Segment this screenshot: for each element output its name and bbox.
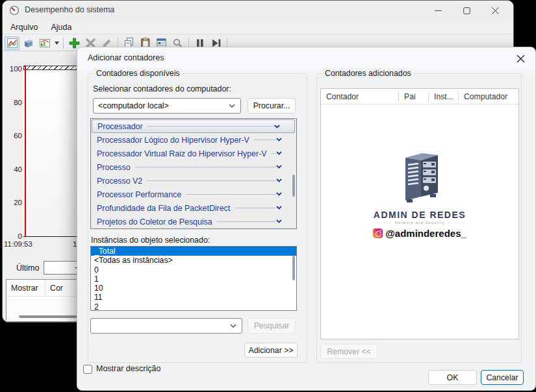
server-tower-icon — [394, 149, 446, 206]
minimize-button[interactable] — [424, 1, 452, 20]
available-counters-list: Processador Processador Lógico do Hiperv… — [90, 118, 297, 229]
instance-row[interactable]: 10 — [91, 284, 296, 293]
chevron-down-icon — [229, 104, 235, 108]
watermark-handle: @adminderedes_ — [385, 228, 466, 239]
window-title: Desempenho do sistema — [25, 5, 114, 14]
watermark: ADMIN DE REDES Network and Security @adm… — [345, 149, 494, 239]
chevron-down-icon[interactable] — [276, 138, 282, 141]
counter-leader-line — [135, 167, 276, 167]
instances-label: Instâncias do objeto selecionado: — [91, 236, 210, 245]
chart-type-dropdown[interactable] — [53, 36, 60, 50]
close-button[interactable] — [481, 1, 509, 20]
instance-row[interactable]: 11 — [91, 293, 296, 302]
toolbar-separator — [63, 38, 64, 49]
table-header-pai[interactable]: Pai — [399, 92, 429, 102]
dialog-title: Adicionar contadores — [88, 53, 164, 62]
counter-leader-line — [147, 180, 276, 181]
computer-select-value: <computador local> — [98, 101, 169, 110]
computer-select[interactable]: <computador local> — [93, 98, 241, 114]
counter-name: Processador — [97, 122, 143, 131]
y-axis-tick: 80 — [5, 98, 22, 107]
line-chart-view-button[interactable] — [5, 36, 19, 50]
counter-leader-line — [235, 208, 276, 208]
chart-type-icon — [40, 38, 50, 48]
show-description-checkbox[interactable] — [83, 365, 92, 374]
counter-row[interactable]: Processador Virtual Raiz do Hipervisor H… — [91, 147, 296, 160]
menu-bar: Arquivo Ajuda — [3, 20, 513, 34]
table-header-computador[interactable]: Computador — [459, 92, 518, 102]
last-value-label: Último — [16, 263, 39, 273]
counter-name: Processo V2 — [97, 177, 142, 186]
desktop: Desempenho do sistema Arquivo Ajuda — [0, 0, 536, 392]
search-button[interactable]: Pesquisar — [248, 318, 296, 334]
counter-leader-line — [271, 153, 276, 154]
close-icon — [492, 7, 499, 14]
cancel-button[interactable]: Cancelar — [481, 370, 524, 385]
browse-button[interactable]: Procurar... — [248, 98, 296, 114]
table-header-inst[interactable]: Inst... — [429, 92, 459, 102]
chevron-down-icon[interactable] — [276, 151, 282, 155]
counter-name: Processador Lógico do Hipervisor Hyper-V — [97, 136, 249, 145]
show-description-label: Mostrar descrição — [96, 364, 160, 373]
added-counters-header-row: ContadorPaiInst...Computador — [321, 89, 518, 104]
chevron-down-icon[interactable] — [276, 219, 282, 223]
instance-row[interactable]: 2 — [91, 302, 296, 311]
counter-row[interactable]: Processo — [91, 160, 296, 174]
chevron-down-icon[interactable] — [276, 206, 282, 210]
dialog-close-button[interactable] — [515, 53, 526, 64]
added-counters-table: ContadorPaiInst...Computador — [320, 88, 519, 339]
search-combo[interactable] — [90, 318, 242, 334]
step-forward-icon — [212, 39, 221, 47]
chevron-down-icon[interactable] — [274, 125, 280, 129]
counter-name: Profundidade da Fila de PacketDirect — [97, 204, 230, 213]
counter-row[interactable]: Processador — [92, 119, 295, 133]
ok-button[interactable]: OK — [428, 370, 477, 385]
add-button[interactable]: Adicionar >> — [244, 343, 298, 358]
y-axis-tick: 100 — [5, 64, 22, 73]
last-value-field: - — [44, 261, 81, 275]
y-axis-ticks: 100806040200 — [5, 64, 22, 241]
counter-name: Processo — [97, 163, 131, 172]
x-axis-tick-start: 11:09:53 — [4, 240, 32, 248]
counter-leader-line — [147, 126, 276, 127]
watermark-tagline: Network and Security — [345, 221, 494, 225]
caret-down-icon — [55, 42, 59, 45]
counter-leader-line — [254, 140, 276, 140]
instance-row[interactable]: 1 — [91, 275, 296, 284]
y-axis-tick: 40 — [5, 165, 22, 174]
current-time-line — [25, 66, 26, 236]
instagram-icon — [373, 228, 383, 238]
chevron-down-icon — [230, 324, 236, 328]
remove-button[interactable]: Remover << — [320, 344, 377, 359]
legend-scrollbar-thumb[interactable] — [19, 315, 84, 318]
instance-row[interactable]: _Total — [91, 247, 296, 256]
menu-ajuda[interactable]: Ajuda — [49, 21, 73, 33]
watermark-brand: ADMIN DE REDES — [345, 210, 494, 220]
counter-name: Processor Performance — [97, 190, 181, 199]
counters-scrollbar-thumb[interactable] — [292, 175, 295, 197]
instance-row[interactable]: <Todas as instâncias> — [91, 256, 296, 265]
menu-arquivo[interactable]: Arquivo — [8, 21, 40, 33]
counter-row[interactable]: Processor Performance — [91, 188, 296, 201]
add-plus-icon — [69, 38, 80, 49]
line-chart-icon — [7, 38, 18, 48]
close-icon — [517, 55, 525, 63]
instances-scrollbar-thumb[interactable] — [292, 256, 295, 280]
chevron-down-icon[interactable] — [276, 178, 282, 182]
instance-row[interactable]: 0 — [91, 265, 296, 275]
chart-type-button[interactable] — [37, 36, 52, 50]
counter-row[interactable]: Processo V2 — [91, 174, 296, 188]
counter-name: Projetos do Coletor de Pesquisa — [97, 217, 212, 227]
counter-row[interactable]: Processador Lógico do Hipervisor Hyper-V — [91, 133, 296, 147]
log-data-icon — [23, 38, 34, 48]
add-counters-dialog: Adicionar contadores Contadores disponív… — [77, 47, 536, 391]
chevron-down-icon[interactable] — [276, 165, 282, 169]
log-data-view-button[interactable] — [21, 36, 36, 50]
counter-row[interactable]: Projetos do Coletor de Pesquisa — [91, 215, 296, 228]
title-bar[interactable]: Desempenho do sistema — [3, 1, 513, 20]
chevron-down-icon[interactable] — [276, 192, 282, 196]
counter-row[interactable]: Profundidade da Fila de PacketDirect — [91, 201, 296, 215]
table-header-contador[interactable]: Contador — [321, 92, 399, 102]
maximize-button[interactable] — [452, 1, 481, 20]
legend-header-mostrar[interactable]: Mostrar — [6, 280, 45, 296]
